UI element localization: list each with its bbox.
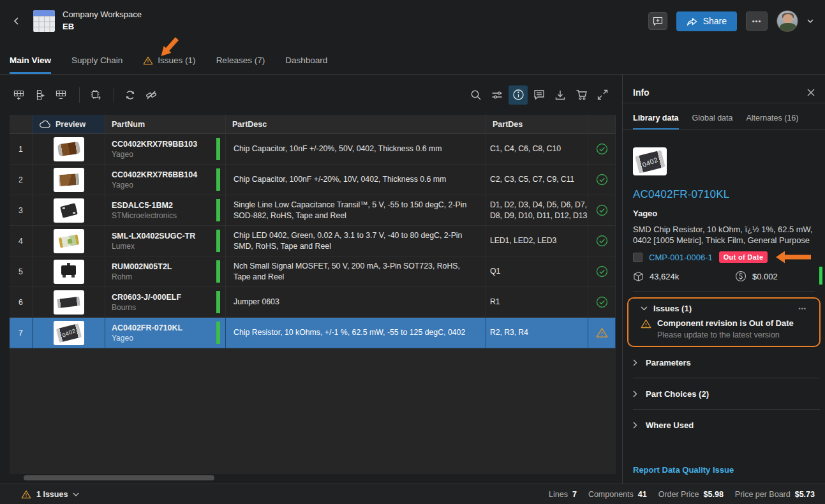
- section-parameters[interactable]: Parameters: [633, 347, 820, 378]
- price-value: $0.002: [752, 272, 778, 281]
- comment-plus-icon: [653, 17, 663, 26]
- partdesc-cell: Chip LED 0402, Green, 0.02 A, 3.1 to 3.7…: [226, 226, 486, 256]
- bom-table: Preview PartNum PartDesc PartDes 1CC0402…: [10, 115, 616, 474]
- availability-bar: [216, 199, 220, 221]
- partdesc-cell: Chip Resistor, 10 kOhms, +/-1 %, 62.5 mW…: [226, 318, 486, 348]
- add-component-button[interactable]: [86, 85, 105, 105]
- back-button[interactable]: [9, 13, 24, 29]
- info-button[interactable]: [509, 85, 528, 105]
- table-row[interactable]: 70402AC0402FR-0710KLYageoChip Resistor, …: [10, 318, 616, 348]
- table-row[interactable]: 1CC0402KRX7R9BB103YageoChip Capacitor, 1…: [10, 134, 616, 165]
- comments-button[interactable]: [530, 85, 549, 105]
- refresh-button[interactable]: [121, 85, 140, 105]
- header-partdesc[interactable]: PartDesc: [226, 115, 486, 134]
- chevron-down-icon[interactable]: [641, 306, 648, 311]
- view-tabs: Main ViewSupply ChainIssues (1)Releases …: [0, 42, 825, 75]
- share-button[interactable]: Share: [676, 11, 737, 31]
- preview-cell: 0402: [33, 318, 105, 348]
- cloud-icon: [39, 120, 50, 128]
- avatar-caret-icon[interactable]: [807, 19, 814, 23]
- row-number: 6: [10, 287, 33, 318]
- chevron-right-icon: [633, 359, 637, 366]
- search-button[interactable]: [466, 85, 486, 105]
- issues-count-label: 1 Issues: [36, 490, 68, 499]
- partdesc-cell: Single Line Low Capacitance Transil™, 5 …: [226, 195, 486, 226]
- check-circle-icon: [596, 235, 608, 247]
- part-photo: [54, 198, 84, 223]
- cart-button[interactable]: [572, 85, 591, 105]
- add-row-button[interactable]: [10, 85, 29, 105]
- info-tab-library-data[interactable]: Library data: [633, 114, 679, 130]
- header-partnum[interactable]: PartNum: [105, 115, 226, 134]
- header-preview[interactable]: Preview: [33, 115, 105, 134]
- warning-icon: [21, 490, 31, 499]
- tab-main-view[interactable]: Main View: [10, 56, 51, 74]
- part-description: SMD Chip Resistor, 10 kOhm, ï¿½ 1%, 62.5…: [633, 224, 815, 246]
- warning-icon: [143, 56, 153, 65]
- row-number: 2: [10, 165, 33, 195]
- table-row[interactable]: 4SML-LX0402SUGC-TRLumexChip LED 0402, Gr…: [10, 226, 616, 256]
- partdesc-cell: Chip Capacitor, 10nF +/-20%, 50V, 0402, …: [226, 134, 486, 165]
- close-icon[interactable]: [807, 89, 815, 96]
- unlink-button[interactable]: [142, 85, 161, 105]
- issues-section-title[interactable]: Issues (1): [653, 304, 692, 313]
- filter-button[interactable]: [487, 85, 507, 105]
- part-photo: [54, 168, 84, 192]
- partdesc-cell: Nch Small Signal MOSFET, 50 V, 200 mA, 3…: [226, 256, 486, 287]
- partnum-cell: RUM002N05T2LRohm: [105, 256, 226, 287]
- partdes-cell: R1: [486, 287, 588, 318]
- issues-status-button[interactable]: 1 Issues: [21, 490, 79, 499]
- info-tab-global-data[interactable]: Global data: [692, 114, 733, 130]
- section-part-choices-2[interactable]: Part Choices (2): [633, 378, 820, 410]
- issues-menu-button[interactable]: •••: [799, 306, 806, 312]
- part-photo: [54, 260, 84, 284]
- row-number: 3: [10, 195, 33, 226]
- availability-bar: [216, 138, 220, 160]
- avatar[interactable]: [777, 10, 798, 32]
- add-column-button[interactable]: [31, 85, 50, 105]
- info-tab-alternates-16[interactable]: Alternates (16): [747, 114, 799, 130]
- check-circle-icon: [596, 296, 608, 308]
- row-number: 5: [10, 256, 33, 287]
- issue-item[interactable]: Component revision is Out of Date Please…: [641, 318, 806, 339]
- issue-subtitle: Please update to the latest version: [657, 330, 794, 339]
- remove-row-button[interactable]: [52, 85, 71, 105]
- table-row[interactable]: 5RUM002N05T2LRohmNch Small Signal MOSFET…: [10, 256, 616, 287]
- add-comment-button[interactable]: [648, 12, 667, 30]
- top-bar: Company Workspace EB Share •••: [0, 0, 825, 42]
- tab-dashboard[interactable]: Dashboard: [285, 56, 327, 74]
- info-panel-title: Info: [633, 87, 650, 98]
- part-photo: [54, 137, 84, 161]
- revision-link[interactable]: CMP-001-0006-1: [649, 253, 713, 262]
- partdes-cell: C1, C4, C6, C8, C10: [486, 134, 588, 165]
- horizontal-scrollbar[interactable]: [24, 475, 214, 480]
- more-options-button[interactable]: •••: [746, 11, 768, 31]
- info-sections: ParametersPart Choices (2)Where Used: [633, 347, 815, 441]
- table-row[interactable]: 6CR0603-J/-000ELFBournsJumper 0603R1: [10, 287, 616, 318]
- workspace-icon[interactable]: [33, 10, 55, 32]
- out-of-date-badge: Out of Date: [719, 251, 768, 263]
- revision-checkbox[interactable]: [633, 253, 643, 262]
- status-cell: [588, 165, 616, 195]
- partdes-cell: C2, C3, C5, C7, C9, C11: [486, 165, 588, 195]
- header-partdes[interactable]: PartDes: [486, 115, 588, 134]
- annotation-arrow-revision: [775, 251, 811, 263]
- row-number: 4: [10, 226, 33, 256]
- partdes-cell: Q1: [486, 256, 588, 287]
- manufacturer-name: Yageo: [633, 209, 815, 218]
- check-circle-icon: [596, 143, 608, 155]
- preview-cell: [33, 134, 105, 165]
- tab-releases-7[interactable]: Releases (7): [216, 56, 265, 74]
- bom-table-area: Preview PartNum PartDesc PartDes 1CC0402…: [0, 115, 622, 484]
- part-number-link[interactable]: AC0402FR-0710KL: [633, 188, 815, 201]
- table-row[interactable]: 3ESDALC5-1BM2STMicroelectronicsSingle Li…: [10, 195, 616, 226]
- tab-supply-chain[interactable]: Supply Chain: [71, 56, 123, 74]
- report-data-quality-link[interactable]: Report Data Quality Issue: [633, 465, 734, 475]
- table-row[interactable]: 2CC0402KRX7R6BB104YageoChip Capacitor, 1…: [10, 165, 616, 195]
- fullscreen-button[interactable]: [593, 85, 612, 105]
- section-where-used[interactable]: Where Used: [633, 410, 820, 441]
- partnum-cell: SML-LX0402SUGC-TRLumex: [105, 226, 226, 256]
- download-button[interactable]: [551, 85, 570, 105]
- share-icon: [687, 17, 697, 26]
- availability-bar: [216, 230, 220, 252]
